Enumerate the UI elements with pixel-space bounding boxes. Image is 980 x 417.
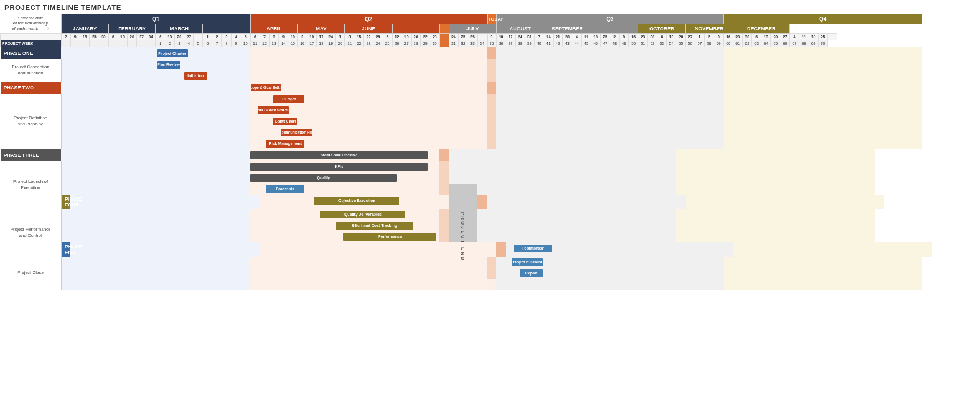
pw-cell: 20 <box>336 40 345 47</box>
date-cell: 2 <box>704 34 714 40</box>
pw-cell: 55 <box>676 40 686 47</box>
task-cell: Forecasts <box>250 184 269 195</box>
date-cell: 20 <box>127 34 136 40</box>
date-cell: 10 <box>496 34 506 40</box>
date-cell: 3 <box>222 34 231 40</box>
today-date-cell <box>439 34 449 40</box>
date-cell: 3 <box>298 34 307 40</box>
pw-cell <box>127 40 136 47</box>
task-cell <box>279 138 488 149</box>
phase-one-cell <box>250 47 487 59</box>
phase-one-cell: Project Charter <box>156 47 203 59</box>
comm-plan-row: Communication Plan <box>1 127 980 138</box>
pw-cell: 41 <box>544 40 553 47</box>
spacer-cell <box>496 279 724 290</box>
q4-header: Q4 <box>724 14 922 24</box>
date-cell: 17 <box>506 34 515 40</box>
report-row: Report <box>1 268 980 279</box>
task-cell: Work Bkdwn Structure <box>250 105 269 116</box>
gantt-chart-row: Gantt Chart <box>1 116 980 127</box>
today-cell <box>439 209 449 220</box>
task-cell <box>477 231 676 242</box>
date-cell: 23 <box>733 34 743 40</box>
date-cell: 27 <box>137 34 146 40</box>
date-cell: 31 <box>525 34 534 40</box>
budget-row: Project Definitionand Planning Budget <box>1 94 980 105</box>
month-may: MAY <box>298 24 345 34</box>
task-cell <box>496 70 724 82</box>
pw-cell: 46 <box>591 40 601 47</box>
pw-cell: 59 <box>714 40 723 47</box>
date-cell: 4 <box>572 34 581 40</box>
risk-mgmt-bar: Risk Management <box>266 140 304 148</box>
task-cell <box>724 138 922 149</box>
pw-cell: 27 <box>402 40 411 47</box>
pw-cell <box>89 40 99 47</box>
pw-cell: 39 <box>525 40 534 47</box>
pw-cell: 16 <box>298 40 307 47</box>
date-cell: 10 <box>288 34 298 40</box>
month-april: APRIL <box>250 24 297 34</box>
pw-cell: 21 <box>345 40 354 47</box>
date-cell: 2 <box>610 34 620 40</box>
month-december: DECEMBER <box>733 24 790 34</box>
task-cell <box>203 59 251 70</box>
date-cell: 11 <box>581 34 591 40</box>
pw-cell: 49 <box>620 40 629 47</box>
phase-four-cell <box>70 195 260 209</box>
phase-three-cell: Status and Tracking <box>250 149 326 161</box>
pw-cell: 5 <box>194 40 203 47</box>
today-cell <box>487 70 496 82</box>
phase-three-cell <box>449 149 487 161</box>
task-cell <box>307 127 487 138</box>
pw-cell <box>99 40 108 47</box>
pw-cell: 62 <box>743 40 752 47</box>
pw-cell: 64 <box>761 40 771 47</box>
effort-cost-row: Effort and Cost Tracking <box>1 220 980 231</box>
date-cell: 15 <box>354 34 364 40</box>
phase-four-label: PHASE FOUR <box>61 195 70 209</box>
q2-header: Q2 <box>250 14 487 24</box>
date-cell: 13 <box>761 34 771 40</box>
task-cell <box>724 127 922 138</box>
pw-cell: 18 <box>317 40 326 47</box>
date-cell: 29 <box>373 34 383 40</box>
task-cell <box>496 127 724 138</box>
pw-cell: 37 <box>506 40 515 47</box>
pw-cell: 50 <box>629 40 638 47</box>
pw-cell: 54 <box>667 40 676 47</box>
pw-cell: 28 <box>411 40 420 47</box>
today-cell <box>439 184 449 195</box>
pw-cell: 33 <box>468 40 477 47</box>
pw-cell: 53 <box>657 40 667 47</box>
today-cell <box>439 161 449 172</box>
task-cell <box>420 220 439 231</box>
pw-cell: 31 <box>449 40 458 47</box>
task-cell: Project Punchlist <box>496 257 544 268</box>
today-cell <box>487 116 496 127</box>
today-quarter-header: TODAY <box>487 14 496 24</box>
pw-cell: 25 <box>383 40 392 47</box>
phase-one-row: PHASE ONE Project Charter <box>1 47 980 59</box>
phase-two-section-label: Project Definitionand Planning <box>1 94 62 149</box>
date-cell: 26 <box>411 34 420 40</box>
pw-cell: 26 <box>392 40 402 47</box>
pw-cell: 9 <box>231 40 241 47</box>
date-cell: 23 <box>638 34 648 40</box>
date-cell <box>477 34 487 40</box>
task-cell <box>544 257 723 268</box>
phase-three-row: PHASE THREE Status and Tracking <box>1 149 980 161</box>
forecasts-row: Forecasts PROJECT END <box>1 184 980 195</box>
date-cell: 30 <box>99 34 108 40</box>
phase-five-cell: Postmortem <box>506 242 544 257</box>
phase-three-label: PHASE THREE <box>1 149 62 161</box>
pw-cell: 52 <box>648 40 657 47</box>
gantt-chart-bar: Gantt Chart <box>273 118 297 125</box>
phase-one-cell <box>203 47 251 59</box>
date-cell: 2 <box>61 34 70 40</box>
today-cell <box>439 172 449 184</box>
date-cell: 34 <box>146 34 156 40</box>
pw-cell <box>146 40 156 47</box>
pw-cell: 38 <box>515 40 525 47</box>
task-cell <box>676 172 875 184</box>
